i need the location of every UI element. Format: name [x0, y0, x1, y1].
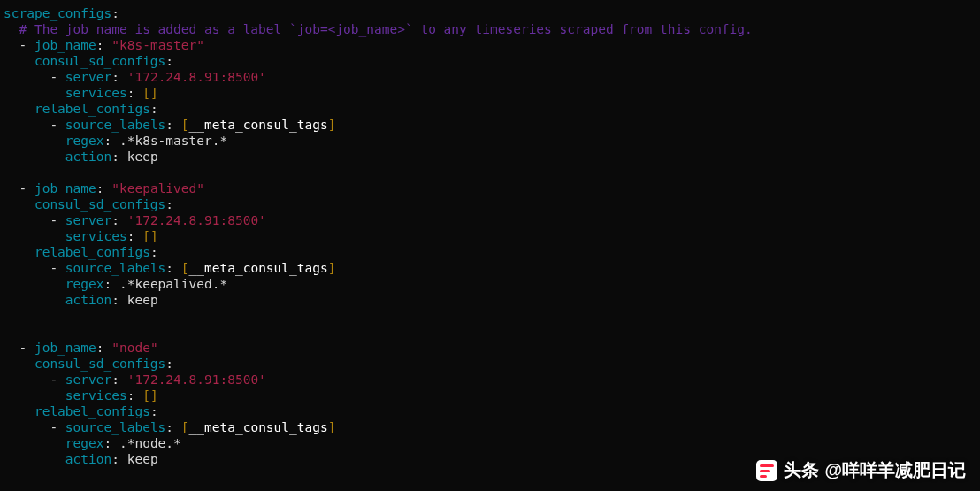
watermark-handle: @咩咩羊减肥日记: [824, 458, 966, 482]
yaml-code-block: scrape_configs: # The job name is added …: [0, 0, 980, 472]
toutiao-logo-icon: [755, 459, 778, 482]
comment-line: # The job name is added as a label `job=…: [19, 22, 752, 36]
svg-rect-3: [760, 475, 767, 478]
val-source-label-1: __meta_consul_tags: [189, 261, 328, 275]
val-server-0: '172.24.8.91:8500': [127, 70, 266, 84]
key-services: services: [65, 388, 127, 403]
val-services-1: []: [142, 229, 157, 243]
key-relabel: relabel_configs: [34, 404, 150, 418]
val-job-name-1: "keepalived": [111, 181, 204, 196]
key-regex: regex: [65, 134, 104, 148]
val-services-2: []: [142, 388, 157, 403]
watermark-brand: 头条: [784, 458, 819, 482]
key-consul-sd: consul_sd_configs: [34, 357, 165, 371]
key-scrape-configs: scrape_configs: [4, 6, 111, 20]
svg-rect-2: [760, 470, 770, 472]
key-job-name: job_name: [34, 181, 96, 196]
key-source-labels: source_labels: [65, 118, 166, 132]
val-server-1: '172.24.8.91:8500': [127, 213, 266, 227]
val-source-label-2: __meta_consul_tags: [189, 420, 328, 434]
key-action: action: [65, 293, 111, 307]
key-server: server: [65, 372, 111, 387]
key-relabel: relabel_configs: [34, 245, 150, 259]
val-action-2: keep: [127, 452, 158, 466]
val-job-name-2: "node": [111, 341, 157, 355]
svg-rect-1: [760, 464, 774, 467]
val-regex-2: .*node.*: [119, 436, 181, 450]
val-job-name-0: "k8s-master": [111, 38, 204, 52]
val-regex-0: .*k8s-master.*: [119, 134, 227, 148]
key-job-name: job_name: [34, 341, 96, 355]
val-action-1: keep: [127, 293, 158, 307]
key-job-name: job_name: [34, 38, 96, 52]
key-regex: regex: [65, 436, 104, 450]
key-consul-sd: consul_sd_configs: [34, 54, 165, 68]
key-server: server: [65, 70, 111, 84]
key-server: server: [65, 213, 111, 227]
val-services-0: []: [142, 86, 157, 100]
val-action-0: keep: [127, 150, 158, 164]
key-relabel: relabel_configs: [34, 102, 150, 116]
val-source-label-0: __meta_consul_tags: [189, 118, 328, 132]
key-source-labels: source_labels: [65, 420, 166, 434]
watermark: 头条 @咩咩羊减肥日记: [755, 458, 966, 482]
val-server-2: '172.24.8.91:8500': [127, 372, 266, 387]
key-action: action: [65, 452, 111, 466]
key-source-labels: source_labels: [65, 261, 166, 275]
key-consul-sd: consul_sd_configs: [34, 197, 165, 211]
val-regex-1: .*keepalived.*: [119, 277, 227, 291]
key-action: action: [65, 150, 111, 164]
key-services: services: [65, 86, 127, 100]
key-services: services: [65, 229, 127, 243]
key-regex: regex: [65, 277, 104, 291]
